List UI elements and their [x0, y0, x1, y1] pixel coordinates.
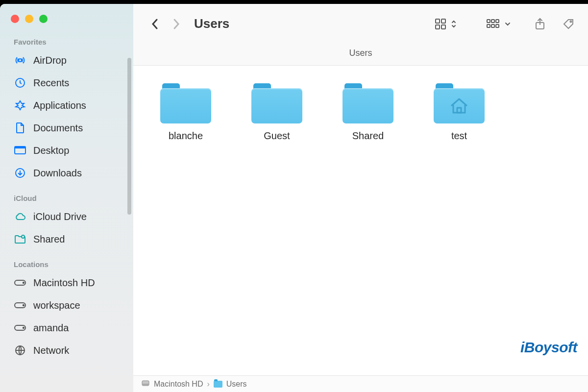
- back-button[interactable]: [147, 16, 164, 32]
- path-segment-macintosh-hd[interactable]: Macintosh HD: [154, 380, 203, 389]
- sidebar-scrollbar[interactable]: [127, 58, 131, 215]
- folder-blanche[interactable]: blanche: [140, 83, 231, 142]
- sidebar-section-locations-title: Locations: [0, 250, 133, 271]
- finder-window: Favorites AirDrop Recents Applications D…: [0, 4, 588, 392]
- svg-point-7: [23, 282, 24, 283]
- tags-button[interactable]: [558, 16, 579, 32]
- svg-rect-20: [487, 24, 490, 27]
- sidebar-item-label: Documents: [33, 122, 83, 134]
- sidebar-item-macintosh-hd[interactable]: Macintosh HD: [0, 271, 133, 294]
- svg-rect-19: [496, 20, 499, 23]
- svg-rect-21: [491, 24, 494, 27]
- folder-icon: [251, 83, 302, 123]
- svg-point-0: [19, 59, 22, 62]
- sidebar-item-amanda[interactable]: amanda: [0, 317, 133, 339]
- watermark-logo: iBoysoft: [520, 339, 577, 356]
- sidebar: Favorites AirDrop Recents Applications D…: [0, 4, 133, 392]
- documents-icon: [14, 122, 26, 134]
- svg-point-9: [23, 305, 24, 306]
- sidebar-item-network[interactable]: Network: [0, 339, 133, 362]
- sidebar-item-icloud-drive[interactable]: iCloud Drive: [0, 205, 133, 228]
- path-bar: Macintosh HD › Users: [133, 375, 588, 392]
- sidebar-item-applications[interactable]: Applications: [0, 94, 133, 117]
- svg-point-11: [23, 327, 24, 328]
- sidebar-item-desktop[interactable]: Desktop: [0, 139, 133, 162]
- folder-icon: [160, 83, 211, 123]
- folder-shared[interactable]: Shared: [322, 83, 414, 142]
- applications-icon: [14, 99, 26, 112]
- home-folder-icon: [434, 83, 485, 123]
- sidebar-item-label: Shared: [33, 234, 65, 245]
- window-controls: [0, 13, 133, 34]
- svg-rect-22: [496, 24, 499, 27]
- path-segment-users[interactable]: Users: [226, 380, 247, 389]
- svg-rect-15: [436, 25, 440, 29]
- folder-header: Users: [133, 44, 588, 66]
- svg-rect-25: [457, 108, 461, 113]
- sidebar-item-label: amanda: [33, 322, 69, 334]
- window-top-black-bar: [0, 0, 588, 4]
- sidebar-item-label: Recents: [33, 77, 69, 89]
- airdrop-icon: [14, 54, 26, 67]
- sidebar-item-documents[interactable]: Documents: [0, 117, 133, 139]
- svg-rect-27: [142, 384, 149, 386]
- sidebar-item-label: Downloads: [33, 168, 82, 179]
- disk-icon: [14, 276, 26, 289]
- sidebar-item-label: iCloud Drive: [33, 211, 87, 222]
- svg-rect-16: [441, 25, 445, 29]
- folder-label: blanche: [169, 130, 203, 142]
- sidebar-item-label: AirDrop: [33, 55, 67, 66]
- sidebar-item-airdrop[interactable]: AirDrop: [0, 49, 133, 72]
- sidebar-item-recents[interactable]: Recents: [0, 72, 133, 94]
- shared-folder-icon: [14, 233, 26, 245]
- share-button[interactable]: [529, 16, 551, 32]
- svg-rect-3: [15, 147, 25, 148]
- view-icon-grid-button[interactable]: [431, 16, 461, 32]
- icloud-drive-icon: [14, 210, 26, 223]
- folder-guest[interactable]: Guest: [231, 83, 322, 142]
- path-separator-icon: ›: [207, 380, 209, 389]
- sidebar-section-icloud-title: iCloud: [0, 184, 133, 205]
- recents-icon: [14, 76, 26, 89]
- sidebar-item-workspace[interactable]: workspace: [0, 294, 133, 317]
- sidebar-item-shared[interactable]: Shared: [0, 228, 133, 250]
- folder-label: test: [451, 130, 467, 142]
- folder-icon: [343, 83, 393, 123]
- sidebar-item-label: Desktop: [33, 145, 69, 156]
- minimize-window-button[interactable]: [25, 15, 33, 23]
- window-title: Users: [194, 16, 229, 31]
- toolbar: Users: [133, 4, 588, 44]
- svg-point-24: [570, 21, 572, 22]
- sidebar-section-favorites-title: Favorites: [0, 34, 133, 49]
- folder-test[interactable]: test: [414, 83, 505, 142]
- disk-mini-icon: [141, 379, 150, 390]
- svg-rect-18: [491, 20, 494, 23]
- sidebar-item-label: Applications: [33, 100, 86, 111]
- forward-button[interactable]: [168, 16, 184, 32]
- main-pane: Users Users blanche: [133, 4, 588, 392]
- group-by-button[interactable]: [484, 16, 514, 32]
- downloads-icon: [14, 167, 26, 179]
- zoom-window-button[interactable]: [39, 15, 48, 23]
- sidebar-item-downloads[interactable]: Downloads: [0, 162, 133, 184]
- svg-rect-13: [436, 19, 440, 23]
- disk-icon: [14, 321, 26, 334]
- svg-point-5: [22, 235, 24, 238]
- svg-rect-17: [487, 20, 490, 23]
- close-window-button[interactable]: [11, 15, 19, 23]
- network-icon: [14, 344, 26, 357]
- folder-label: Shared: [352, 130, 384, 142]
- folder-mini-icon: [214, 381, 222, 388]
- desktop-icon: [14, 144, 26, 157]
- svg-rect-14: [441, 19, 445, 23]
- sidebar-item-label: Macintosh HD: [33, 277, 95, 289]
- disk-icon: [14, 299, 26, 312]
- sidebar-item-label: workspace: [33, 300, 80, 311]
- sidebar-item-label: Network: [33, 345, 69, 356]
- icon-view-content: blanche Guest Shared: [133, 66, 588, 375]
- folder-label: Guest: [264, 130, 290, 142]
